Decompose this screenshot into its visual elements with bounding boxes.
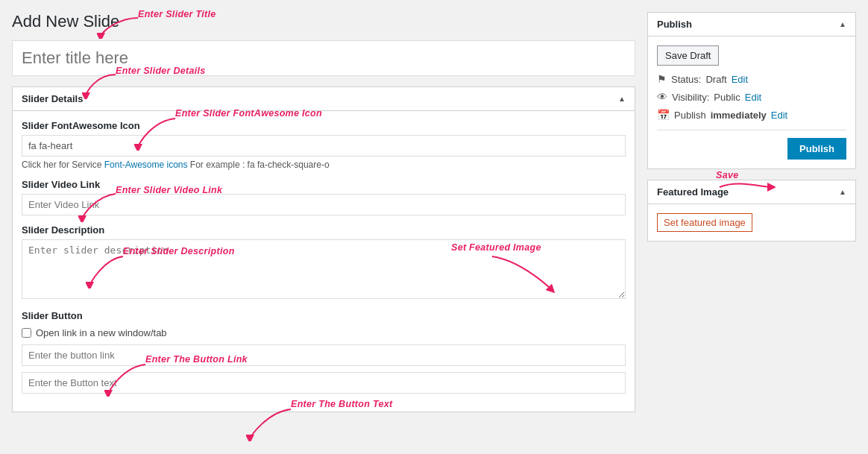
calendar-icon: 📅 [657,109,670,121]
fontawesome-link[interactable]: Font-Awesome icons [104,160,188,170]
button-text-input[interactable] [22,372,626,394]
visibility-label: Visibility: [672,92,709,103]
status-row: ⚑ Status: Draft Edit [657,73,846,85]
featured-image-box: Featured Image ▲ Set featured image [647,180,856,242]
button-section: Slider Button Open link in a new window/… [22,310,626,394]
description-field-row: Slider Description [22,224,626,301]
status-label: Status: [671,74,701,85]
new-window-label: Open link in a new window/tab [36,327,167,338]
button-section-label: Slider Button [22,310,626,321]
collapse-icon[interactable]: ▲ [618,95,626,103]
title-input[interactable] [12,40,635,76]
video-input[interactable] [22,194,626,215]
button-link-input[interactable] [22,344,626,366]
status-value: Draft [705,74,726,85]
description-label: Slider Description [22,224,626,236]
featured-image-collapse-icon[interactable]: ▲ [839,188,846,196]
publish-box-title: Publish [657,19,692,30]
publish-collapse-icon[interactable]: ▲ [839,20,846,28]
new-window-checkbox[interactable] [22,328,31,338]
status-edit-link[interactable]: Edit [732,74,748,85]
video-field-row: Slider Video Link [22,179,626,215]
featured-image-title: Featured Image [657,186,729,198]
publish-box-header: Publish ▲ [648,13,855,37]
visibility-edit-link[interactable]: Edit [745,92,761,103]
featured-image-body: Set featured image [648,204,855,241]
description-textarea[interactable] [22,239,626,299]
icon-label: Slider FontAwesome Icon [22,120,626,131]
page-title: Add New Slide [12,12,635,31]
save-draft-button[interactable]: Save Draft [657,45,719,66]
sidebar: Publish ▲ Save Draft ⚑ Status: Draft Edi… [647,12,856,442]
visibility-icon: 👁 [657,91,667,103]
metabox-header: Slider Details ▲ [13,87,635,111]
video-label: Slider Video Link [22,179,626,190]
icon-input[interactable] [22,135,626,157]
metabox-body: Slider FontAwesome Icon Click her for Se… [13,111,635,412]
slider-details-metabox: Slider Details ▲ Slider FontAwesome Icon… [12,86,635,412]
publish-time-label: Publish [674,110,706,121]
publish-actions: Publish [657,130,846,160]
title-input-container [12,40,635,86]
set-featured-image-link[interactable]: Set featured image [657,213,752,232]
icon-hint: Click her for Service Font-Awesome icons… [22,160,626,170]
publish-time-row: 📅 Publish immediately Edit [657,109,846,121]
icon-field-row: Slider FontAwesome Icon Click her for Se… [22,120,626,170]
metabox-title: Slider Details [22,93,83,104]
publish-button[interactable]: Publish [787,138,846,160]
checkbox-row: Open link in a new window/tab [22,327,626,338]
publish-time-value: immediately [711,110,767,121]
publish-box: Publish ▲ Save Draft ⚑ Status: Draft Edi… [647,12,856,169]
visibility-value: Public [714,92,740,103]
publish-time-edit-link[interactable]: Edit [771,110,787,121]
featured-image-header: Featured Image ▲ [648,180,855,204]
visibility-row: 👁 Visibility: Public Edit [657,91,846,103]
status-icon: ⚑ [657,73,667,85]
publish-box-body: Save Draft ⚑ Status: Draft Edit 👁 Visibi… [648,37,855,168]
